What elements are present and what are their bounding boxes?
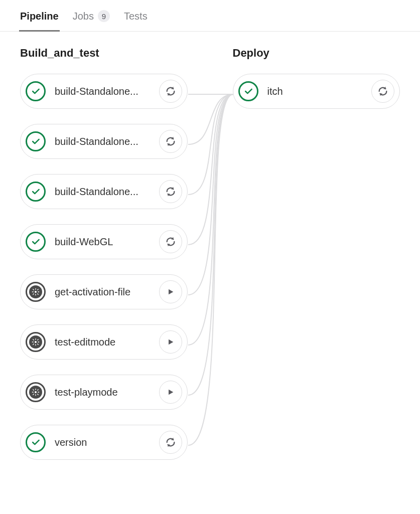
retry-icon	[165, 437, 176, 448]
status-success-icon	[26, 81, 46, 101]
job-name: build-Standalone...	[55, 186, 159, 198]
svg-point-2	[35, 391, 37, 393]
retry-button[interactable]	[159, 130, 182, 153]
retry-button[interactable]	[371, 80, 394, 103]
job-card[interactable]: build-WebGL	[20, 224, 188, 259]
status-success-icon	[26, 232, 46, 252]
retry-icon	[165, 136, 176, 147]
status-manual-icon	[26, 382, 46, 402]
retry-button[interactable]	[159, 230, 182, 253]
status-manual-icon	[26, 332, 46, 352]
svg-point-1	[35, 341, 37, 343]
tab-jobs[interactable]: Jobs 9	[73, 10, 110, 31]
job-card[interactable]: test-editmode	[20, 324, 188, 360]
status-success-icon	[26, 182, 46, 202]
job-card[interactable]: build-Standalone...	[20, 74, 188, 109]
tab-label: Pipeline	[20, 11, 59, 22]
tab-label: Jobs	[73, 11, 94, 22]
job-name: build-WebGL	[55, 236, 159, 248]
retry-icon	[377, 86, 388, 97]
retry-icon	[165, 186, 176, 197]
job-name: test-editmode	[55, 336, 159, 348]
status-success-icon	[26, 131, 46, 151]
job-name: test-playmode	[55, 387, 159, 398]
tab-label: Tests	[124, 11, 148, 22]
tab-bar: Pipeline Jobs 9 Tests	[0, 0, 420, 32]
play-button[interactable]	[159, 330, 182, 354]
retry-icon	[165, 86, 176, 97]
retry-button[interactable]	[159, 80, 182, 103]
job-name: build-Standalone...	[55, 136, 159, 147]
play-icon	[167, 388, 175, 397]
stage-title: Deploy	[233, 47, 400, 60]
play-icon	[167, 337, 175, 347]
pipeline-graph: Build_and_test build-Standalone... build…	[0, 32, 420, 495]
job-card[interactable]: test-playmode	[20, 375, 188, 410]
play-icon	[167, 287, 175, 296]
job-name: build-Standalone...	[55, 86, 159, 97]
job-card[interactable]: build-Standalone...	[20, 124, 188, 159]
play-button[interactable]	[159, 280, 182, 303]
play-button[interactable]	[159, 381, 182, 404]
retry-button[interactable]	[159, 180, 182, 203]
retry-button[interactable]	[159, 431, 182, 454]
tab-pipeline[interactable]: Pipeline	[20, 11, 59, 31]
stage-deploy: Deploy itch	[233, 47, 400, 475]
status-success-icon	[238, 81, 258, 101]
svg-point-0	[35, 291, 37, 293]
status-manual-icon	[26, 282, 46, 302]
status-success-icon	[26, 432, 46, 452]
tab-tests[interactable]: Tests	[124, 11, 148, 31]
job-card[interactable]: version	[20, 425, 188, 460]
jobs-count-badge: 9	[98, 10, 110, 22]
job-name: itch	[267, 86, 372, 97]
job-name: get-activation-file	[55, 286, 159, 298]
retry-icon	[165, 236, 176, 247]
stage-title: Build_and_test	[20, 47, 188, 60]
job-card[interactable]: get-activation-file	[20, 274, 188, 309]
job-card[interactable]: build-Standalone...	[20, 174, 188, 209]
job-card[interactable]: itch	[233, 74, 400, 109]
job-name: version	[55, 437, 159, 448]
stage-build-and-test: Build_and_test build-Standalone... build…	[20, 47, 188, 475]
